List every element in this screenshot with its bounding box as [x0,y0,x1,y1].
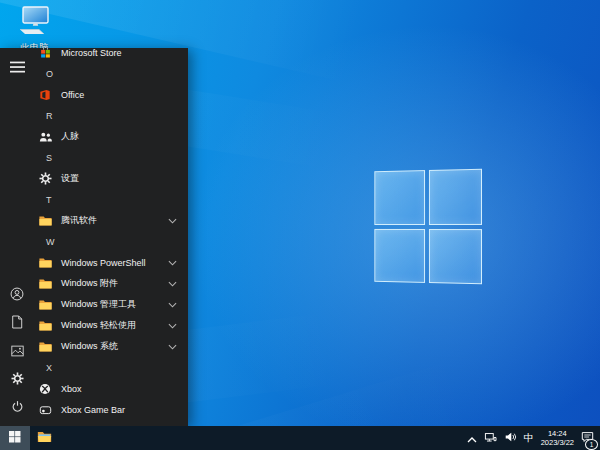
taskbar-file-explorer-button[interactable] [30,426,58,450]
hidden-icons-button[interactable] [467,429,477,447]
store-icon [38,48,52,60]
app-label: Xbox Game Bar [61,405,125,415]
action-center-button[interactable]: 1 [581,429,594,447]
network-icon [484,429,497,447]
folder-icon [38,298,52,312]
section-letter: S [46,153,52,163]
chevron-down-icon [168,323,177,329]
power-icon [11,399,24,417]
chevron-down-icon [168,218,177,224]
start-rail-bottom [0,282,34,422]
taskbar-clock[interactable]: 14:24 2023/3/22 [541,429,574,447]
logo-pane [429,229,482,285]
chevron-down-icon [168,260,177,266]
start-button[interactable] [0,426,30,450]
app-label: Windows 系统 [61,340,118,353]
start-rail-top [0,54,34,82]
app-label: 腾讯软件 [61,214,97,227]
rail-button-power[interactable] [0,394,34,422]
start-menu-app[interactable]: 设置 [34,168,188,189]
volume-button[interactable] [504,429,517,447]
gear-icon [38,172,52,186]
folder-icon [38,214,52,228]
folder-icon [38,340,52,354]
folder-icon [38,277,52,291]
app-label: Office [61,90,84,100]
xbox-icon [38,382,52,396]
folder-icon [38,256,52,270]
start-menu-folder[interactable]: Windows PowerShell [34,252,188,273]
app-label: 人脉 [61,130,79,143]
windows-wallpaper-logo [374,169,482,285]
app-label: Windows 轻松使用 [61,319,136,332]
start-menu-folder[interactable]: Windows 轻松使用 [34,315,188,336]
start-menu-folder[interactable]: Windows 管理工具 [34,294,188,315]
section-letter: O [46,69,53,79]
app-label: Windows PowerShell [61,258,146,268]
rail-button-user-account[interactable] [0,282,34,310]
start-menu-folder[interactable]: 腾讯软件 [34,210,188,231]
section-letter: R [46,111,53,121]
section-letter: X [46,363,52,373]
chevron-down-icon [168,344,177,350]
app-label: Xbox [61,384,82,394]
taskbar: 中 14:24 2023/3/22 1 [0,426,600,450]
app-section-header[interactable]: T [34,189,188,210]
office-icon [38,88,52,102]
logo-pane [429,169,482,225]
start-menu-app[interactable]: 人脉 [34,126,188,147]
clock-time: 14:24 [541,429,574,438]
app-section-header[interactable]: W [34,231,188,252]
app-label: Microsoft Store [61,48,122,58]
rail-button-expand-start-menu[interactable] [0,54,34,82]
ime-indicator[interactable]: 中 [524,431,534,445]
start-menu-rail [0,48,34,426]
gear-icon [11,371,24,389]
start-menu-app[interactable]: Xbox Game Bar [34,399,188,420]
folder-icon [38,319,52,333]
app-label: Windows 管理工具 [61,298,136,311]
app-section-header[interactable]: X [34,357,188,378]
notification-badge: 1 [585,439,598,450]
desktop: 此电脑 Microsoft StoreOOfficeR人脉S设置T腾讯软件WWi… [0,0,600,450]
start-menu-app[interactable]: Office [34,84,188,105]
start-menu-folder[interactable]: Windows 附件 [34,273,188,294]
start-menu-app-list: Microsoft StoreOOfficeR人脉S设置T腾讯软件WWindow… [34,48,188,420]
app-section-header[interactable]: R [34,105,188,126]
hamburger-icon [10,59,25,77]
logo-pane [374,170,425,224]
section-letter: W [46,237,55,247]
volume-icon [504,429,517,447]
rail-button-documents[interactable] [0,310,34,338]
app-label: 设置 [61,172,79,185]
rail-button-pictures[interactable] [0,338,34,366]
network-button[interactable] [484,429,497,447]
app-label: Windows 附件 [61,277,118,290]
start-menu-app[interactable]: Xbox [34,378,188,399]
chevron-up-icon [467,429,477,447]
this-pc-icon [15,6,53,42]
logo-pane [374,228,425,282]
pictures-icon [11,343,24,361]
file-explorer-icon [37,429,52,447]
system-tray: 中 14:24 2023/3/22 1 [467,426,600,450]
people-icon [38,130,52,144]
user-icon [10,287,24,305]
start-menu-folder[interactable]: Windows 系统 [34,336,188,357]
windows-logo-icon [9,429,21,447]
start-menu: Microsoft StoreOOfficeR人脉S设置T腾讯软件WWindow… [0,48,188,426]
gamebar-icon [38,403,52,417]
app-section-header[interactable]: O [34,63,188,84]
clock-date: 2023/3/22 [541,438,574,447]
section-letter: T [46,195,52,205]
chevron-down-icon [168,302,177,308]
chevron-down-icon [168,281,177,287]
rail-button-settings[interactable] [0,366,34,394]
start-menu-app[interactable]: Microsoft Store [34,48,188,63]
document-icon [11,315,23,333]
app-section-header[interactable]: S [34,147,188,168]
